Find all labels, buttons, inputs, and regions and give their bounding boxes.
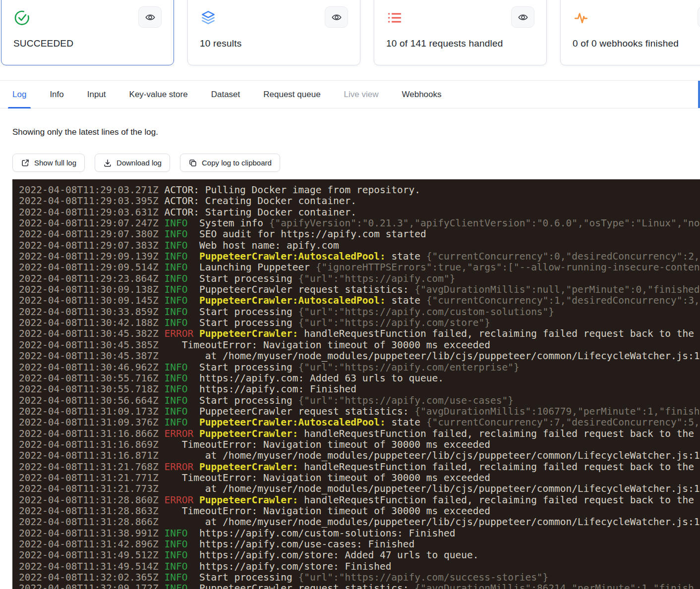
log-line: 2022-04-08T11:32:09.172Z INFO PuppeteerC… <box>19 583 700 589</box>
log-line: 2022-04-08T11:31:16.871Z at /home/myuser… <box>19 450 700 461</box>
log-line: 2022-04-08T11:30:09.145Z INFO PuppeteerC… <box>19 295 700 306</box>
log-line: 2022-04-08T11:31:16.866Z ERROR Puppeteer… <box>19 428 700 439</box>
log-line: 2022-04-08T11:31:28.866Z at /home/myuser… <box>19 517 700 528</box>
tab-key-value-store[interactable]: Key-value store <box>129 81 188 108</box>
eye-icon <box>518 12 528 23</box>
show-full-log-button[interactable]: Show full log <box>12 154 85 172</box>
eye-icon <box>331 12 342 23</box>
log-line: 2022-04-08T11:29:23.864Z INFO Start proc… <box>19 273 700 284</box>
check-circle-icon <box>13 9 30 26</box>
log-line: 2022-04-08T11:31:42.896Z INFO https://ap… <box>19 539 700 550</box>
eye-button[interactable] <box>698 6 700 28</box>
log-line: 2022-04-08T11:31:28.860Z ERROR Puppeteer… <box>19 495 700 506</box>
tab-live-view: Live view <box>344 81 379 108</box>
card-run-status[interactable]: SUCCEEDED <box>1 0 174 65</box>
log-line: 2022-04-08T11:31:38.991Z INFO https://ap… <box>19 528 700 539</box>
log-line: 2022-04-08T11:30:56.664Z INFO Start proc… <box>19 395 700 406</box>
eye-button[interactable] <box>138 6 162 28</box>
log-line: 2022-04-08T11:31:28.863Z TimeoutError: N… <box>19 506 700 517</box>
download-icon <box>103 159 112 167</box>
log-line: 2022-04-08T11:30:33.859Z INFO Start proc… <box>19 307 700 318</box>
external-link-icon <box>21 159 30 167</box>
log-line: 2022-04-08T11:31:49.512Z INFO https://ap… <box>19 550 700 561</box>
webhooks-label: 0 of 0 webhooks finished <box>573 38 700 49</box>
tab-request-queue[interactable]: Request queue <box>263 81 320 108</box>
tab-log[interactable]: Log <box>12 81 26 108</box>
pulse-icon <box>573 9 589 26</box>
log-line: 2022-04-08T11:30:45.387Z at /home/myuser… <box>19 351 700 362</box>
log-line: 2022-04-08T11:29:07.247Z INFO System inf… <box>19 218 700 229</box>
log-line: 2022-04-08T11:30:46.962Z INFO Start proc… <box>19 362 700 373</box>
results-label: 10 results <box>200 38 348 49</box>
log-line: 2022-04-08T11:29:03.631Z ACTOR: Starting… <box>19 207 700 218</box>
tab-dataset[interactable]: Dataset <box>211 81 240 108</box>
log-line: 2022-04-08T11:30:55.716Z INFO https://ap… <box>19 373 700 384</box>
log-line: 2022-04-08T11:31:49.514Z INFO https://ap… <box>19 561 700 572</box>
log-line: 2022-04-08T11:31:09.376Z INFO PuppeteerC… <box>19 417 700 428</box>
log-line: 2022-04-08T11:30:45.385Z TimeoutError: N… <box>19 340 700 351</box>
log-line: 2022-04-08T11:30:45.382Z ERROR Puppeteer… <box>19 328 700 339</box>
tab-webhooks[interactable]: Webhooks <box>402 81 442 108</box>
log-line: 2022-04-08T11:30:09.138Z INFO PuppeteerC… <box>19 284 700 295</box>
run-tabs: LogInfoInputKey-value storeDatasetReques… <box>0 80 700 108</box>
list-icon <box>386 9 403 26</box>
card-results[interactable]: 10 results <box>187 0 360 65</box>
eye-icon <box>145 12 156 23</box>
log-line: 2022-04-08T11:32:02.365Z INFO Start proc… <box>19 572 700 583</box>
show-full-log-label: Show full log <box>34 159 76 167</box>
download-log-label: Download log <box>117 159 162 167</box>
log-line: 2022-04-08T11:29:07.380Z INFO SEO audit … <box>19 229 700 240</box>
download-log-button[interactable]: Download log <box>95 154 170 172</box>
log-line: 2022-04-08T11:31:21.771Z TimeoutError: N… <box>19 473 700 483</box>
log-line: 2022-04-08T11:29:09.514Z INFO Launching … <box>19 262 700 273</box>
run-status-label: SUCCEEDED <box>13 38 162 49</box>
copy-log-button[interactable]: Copy log to clipboard <box>180 154 280 172</box>
requests-label: 10 of 141 requests handled <box>386 38 534 49</box>
tab-info[interactable]: Info <box>50 81 63 108</box>
log-line: 2022-04-08T11:31:21.768Z ERROR Puppeteer… <box>19 462 700 473</box>
copy-log-label: Copy log to clipboard <box>202 159 272 167</box>
eye-button[interactable] <box>511 6 534 28</box>
tab-input[interactable]: Input <box>87 81 106 108</box>
log-line: 2022-04-08T11:29:07.383Z INFO Web host n… <box>19 240 700 251</box>
log-line: 2022-04-08T11:31:21.773Z at /home/myuser… <box>19 483 700 494</box>
eye-button[interactable] <box>325 6 348 28</box>
copy-icon <box>188 159 197 167</box>
log-line: 2022-04-08T11:31:09.173Z INFO PuppeteerC… <box>19 406 700 417</box>
layers-icon <box>200 9 217 26</box>
card-webhooks[interactable]: 0 of 0 webhooks finished <box>560 0 700 65</box>
log-line: 2022-04-08T11:30:42.188Z INFO Start proc… <box>19 318 700 328</box>
log-line: 2022-04-08T11:29:03.271Z ACTOR: Pulling … <box>19 185 700 196</box>
log-line: 2022-04-08T11:30:55.718Z INFO https://ap… <box>19 384 700 395</box>
tabs-right-edge-accent <box>698 81 700 108</box>
log-line: 2022-04-08T11:31:16.869Z TimeoutError: N… <box>19 439 700 450</box>
log-notice: Showing only the latest lines of the log… <box>12 127 158 137</box>
run-stat-cards: SUCCEEDED 10 results <box>1 0 700 65</box>
log-console[interactable]: 2022-04-08T11:29:03.271Z ACTOR: Pulling … <box>12 179 700 589</box>
card-requests[interactable]: 10 of 141 requests handled <box>374 0 547 65</box>
log-line: 2022-04-08T11:29:03.395Z ACTOR: Creating… <box>19 196 700 207</box>
log-actions: Show full log Download log Copy log to c… <box>12 154 280 172</box>
log-line: 2022-04-08T11:29:09.139Z INFO PuppeteerC… <box>19 251 700 262</box>
